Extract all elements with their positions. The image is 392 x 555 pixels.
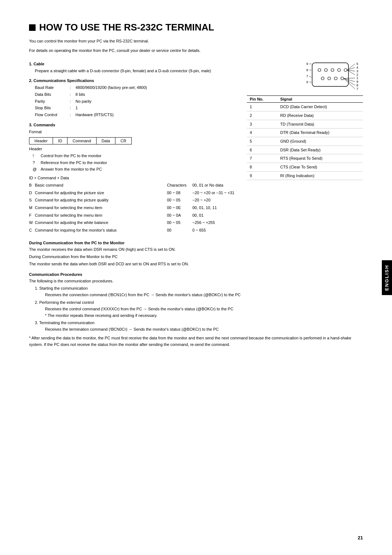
spec-flowctrl-label: Flow Control — [35, 111, 68, 118]
spec-row-parity: Parity : No parity — [35, 98, 240, 105]
svg-text:5: 5 — [356, 62, 358, 66]
during-comm-title: During Communication from the PC to the … — [29, 241, 363, 245]
format-cell-header: Header — [29, 137, 53, 144]
cmd-row-D: D Command for adjusting the picture size… — [29, 189, 240, 197]
spec-parity-value: No parity — [75, 98, 91, 105]
spec-databits-label: Data Bits — [35, 91, 68, 98]
intro-line-2: For details on operating the monitor fro… — [29, 48, 363, 54]
spec-row-stopbits: Stop Bits : 1 — [35, 105, 240, 111]
svg-text:8: 8 — [306, 68, 308, 72]
section-cable-title: 1. Cable — [29, 62, 240, 66]
right-column: 5 4 3 2 1 9 8 7 9 8 7 6 — [247, 57, 363, 236]
cmd-range-B: Characters — [167, 181, 192, 189]
page: ENGLISH HOW TO USE THE RS-232C TERMINAL … — [0, 0, 392, 555]
cmd-value-B: 00, 01 or No data — [192, 181, 240, 189]
format-label: Format — [29, 128, 240, 135]
spec-parity-label: Parity — [35, 98, 68, 105]
pin-number: 3 — [247, 120, 277, 128]
pin-number: 5 — [247, 137, 277, 146]
page-number: 21 — [358, 535, 363, 540]
cmd-row-M: M Command for selecting the menu item 00… — [29, 204, 240, 212]
bullet-char-2: ? — [33, 159, 38, 166]
pin-signal: RTS (Request To Send) — [277, 154, 363, 163]
step-3-label: 3. Terminating the communication — [35, 319, 363, 326]
cmd-range-S: 00 ~ 05 — [167, 196, 192, 204]
svg-text:9: 9 — [306, 62, 308, 66]
pin-table-row: 1DCD (Data Carrier Detect) — [247, 103, 363, 111]
english-tab: ENGLISH — [382, 260, 392, 295]
bullet-text-3: Answer from the monitor to the PC — [41, 166, 102, 173]
spec-baud-label: Baud Rate — [35, 84, 68, 91]
pin-table-row: 2RD (Receive Data) — [247, 111, 363, 120]
cmd-row-F: F Command for selecting the menu item 00… — [29, 212, 240, 219]
cmd-letter-F: F — [29, 212, 35, 219]
title-square-icon — [29, 24, 36, 31]
cmd-letter-D: D — [29, 189, 35, 197]
svg-point-5 — [344, 69, 347, 72]
cmd-letter-B: B — [29, 181, 35, 189]
cmd-letter-S: S — [29, 196, 35, 204]
header-label: Header — [29, 147, 240, 151]
bullet-text-2: Reference from the PC to the monitor — [41, 159, 107, 166]
svg-line-16 — [344, 78, 355, 85]
svg-point-9 — [341, 77, 344, 80]
comm-procedures-steps: 1. Starting the communication Receives t… — [35, 285, 363, 332]
id-line: ID + Command + Data — [29, 176, 240, 180]
spec-stopbits-value: 1 — [75, 105, 78, 111]
left-column: 1. Cable Prepare a straight cable with a… — [29, 57, 240, 236]
during-comm-line-0: The monitor receives the data when DSR r… — [29, 246, 363, 253]
svg-text:1: 1 — [356, 76, 358, 80]
pin-table-row: 7RTS (Request To Send) — [247, 154, 363, 163]
pin-number: 1 — [247, 103, 277, 111]
svg-text:8: 8 — [356, 83, 358, 87]
bullet-char-3: @ — [33, 166, 38, 173]
pin-signal: DSR (Data Set Ready) — [277, 146, 363, 154]
pin-signal: TD (Transmit Data) — [277, 120, 363, 128]
cmd-desc-W: Command for adjusting the white balance — [35, 219, 167, 227]
cmd-letter-C: C — [29, 227, 35, 234]
pin-table-row: 8CTS (Clear To Send) — [247, 163, 363, 172]
svg-point-2 — [324, 69, 327, 72]
section-comm-title: 2. Communications Specifications — [29, 78, 240, 83]
svg-point-7 — [328, 77, 331, 80]
pin-table-header-pin: Pin No. — [247, 96, 277, 103]
bullet-text-1: Control from the PC to the monitor — [41, 152, 102, 159]
svg-text:3: 3 — [356, 69, 358, 73]
step-1-label: 1. Starting the communication — [35, 285, 363, 291]
pin-signal: CTS (Clear To Send) — [277, 163, 363, 172]
pin-table-row: 3TD (Transmit Data) — [247, 120, 363, 128]
cmd-row-C: C Command for inquiring for the monitor'… — [29, 227, 240, 234]
pin-signal: RI (Ring Indication) — [277, 171, 363, 180]
pin-signal: GND (Ground) — [277, 137, 363, 146]
pin-signal: DCD (Data Carrier Detect) — [277, 103, 363, 111]
step-1-indent: Receives the connection command (!BCN1Cr… — [45, 291, 363, 298]
pin-table-row: 4DTR (Data Terminal Ready) — [247, 128, 363, 137]
page-title: HOW TO USE THE RS-232C TERMINAL — [29, 22, 363, 33]
spec-stopbits-label: Stop Bits — [35, 105, 68, 111]
svg-text:4: 4 — [356, 66, 358, 69]
connector-svg: 5 4 3 2 1 9 8 7 9 8 7 6 — [301, 57, 363, 92]
spec-databits-colon: : — [70, 91, 73, 98]
spec-flowctrl-colon: : — [70, 111, 73, 118]
pin-table-row: 6DSR (Data Set Ready) — [247, 146, 363, 154]
cmd-value-F: 00, 01 — [192, 212, 240, 219]
pin-table-header-signal: Signal — [277, 96, 363, 103]
during-comm-line-1: During Communication from the Monitor to… — [29, 253, 363, 260]
svg-text:7: 7 — [356, 87, 358, 91]
connector-diagram: 5 4 3 2 1 9 8 7 9 8 7 6 — [247, 57, 363, 92]
format-cell-id: ID — [53, 137, 68, 144]
cmd-range-F: 00 ~ 0A — [167, 212, 192, 219]
cmd-row-B: B Basic command Characters 00, 01 or No … — [29, 181, 240, 189]
format-table: Header ID Command Data CR — [29, 137, 132, 144]
pin-number: 8 — [247, 163, 277, 172]
comm-procedures-title: Communication Procedures — [29, 272, 363, 277]
pin-number: 7 — [247, 154, 277, 163]
cmd-desc-D: Command for adjusting the picture size — [35, 189, 167, 197]
cmd-range-M: 00 ~ 0E — [167, 204, 192, 212]
step-2-label: 2. Performing the external control — [35, 299, 363, 306]
spec-row-baud: Baud Rate : 4800/9600/19200 (factory pre… — [35, 84, 240, 91]
svg-rect-0 — [312, 63, 348, 86]
header-bullets: ! Control from the PC to the monitor ? R… — [33, 152, 240, 173]
spec-baud-colon: : — [70, 84, 73, 91]
spec-stopbits-colon: : — [70, 105, 73, 111]
